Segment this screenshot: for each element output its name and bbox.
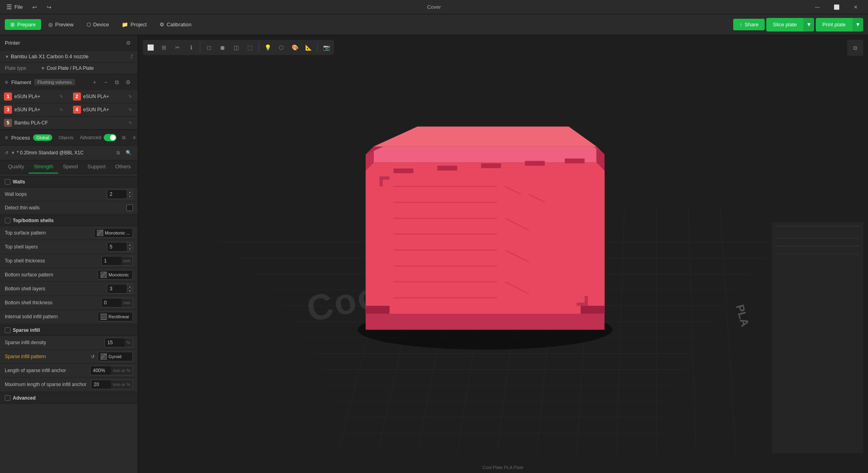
tab-quality[interactable]: Quality: [3, 160, 29, 173]
vp-option3-button[interactable]: ◫: [230, 41, 243, 54]
project-tab[interactable]: 📁 Project: [116, 19, 152, 30]
filament-edit-3[interactable]: ✎: [58, 106, 65, 113]
bottom-shell-thickness-value: mm: [101, 298, 133, 307]
filament-item-5[interactable]: 5 Bambu PLA-CF ✎: [0, 116, 138, 130]
tab-strength[interactable]: Strength: [29, 160, 58, 173]
plate-type-label: Plate type: [5, 65, 41, 71]
content-area: Printer ⚙ ▼ Bambu Lab X1 Carbon 0.4 nozz…: [0, 35, 868, 473]
file-menu[interactable]: ☰ File: [3, 2, 26, 12]
top-shell-thickness-input[interactable]: [101, 256, 121, 266]
global-tag[interactable]: Global: [33, 134, 52, 141]
undo-button[interactable]: ↩: [29, 2, 40, 12]
sparse-infill-density-unit: %: [124, 338, 133, 347]
bottom-surface-pattern-value: Monotonic: [98, 270, 133, 280]
prepare-tab[interactable]: ⊞ Prepare: [5, 19, 41, 30]
vp-option1-button[interactable]: ◻: [203, 41, 215, 54]
filament-item-3[interactable]: 3 eSUN PLA+ ✎: [0, 103, 69, 116]
filament-edit-5[interactable]: ✎: [126, 119, 134, 126]
wall-loops-up[interactable]: ▲: [127, 190, 132, 194]
slice-dropdown-button[interactable]: ▼: [803, 18, 814, 32]
filament-edit-4[interactable]: ✎: [126, 106, 134, 113]
filament-item-1[interactable]: 1 eSUN PLA+ ✎: [0, 90, 69, 103]
top-shell-layers-down[interactable]: ▼: [127, 247, 132, 252]
bottom-surface-pattern-row: Bottom surface pattern Monotonic: [0, 268, 138, 282]
vp-camera-button[interactable]: 📷: [320, 41, 333, 54]
filament-settings-button[interactable]: ⚙: [123, 77, 133, 87]
detect-thin-walls-checkbox[interactable]: [126, 205, 133, 211]
top-bottom-checkbox[interactable]: [5, 218, 10, 223]
max-anchor-length-input[interactable]: [91, 380, 111, 389]
vp-option4-button[interactable]: ⬚: [243, 41, 256, 54]
bottom-surface-pattern-select[interactable]: Monotonic: [98, 270, 133, 280]
maximize-button[interactable]: ⬜: [827, 1, 846, 13]
top-shell-layers-up[interactable]: ▲: [127, 242, 132, 247]
vp-cut-button[interactable]: ✂: [171, 41, 184, 54]
wall-loops-input[interactable]: [107, 189, 127, 199]
tab-speed[interactable]: Speed: [58, 160, 83, 173]
sparse-infill-pattern-icon: [101, 353, 107, 360]
sparse-infill-checkbox[interactable]: [5, 327, 10, 333]
bottom-shell-layers-up[interactable]: ▲: [127, 284, 132, 289]
vp-measure-button[interactable]: 📐: [302, 41, 315, 54]
vp-grid-button[interactable]: ⊞: [158, 41, 170, 54]
main-layout: ⊞ Prepare ◎ Preview ⬡ Device 📁 Project ⚙…: [0, 14, 868, 473]
bottom-shell-thickness-label: Bottom shell thickness: [5, 300, 101, 305]
printer-item[interactable]: ▼ Bambu Lab X1 Carbon 0.4 nozzle ⤴: [0, 51, 138, 63]
redo-button[interactable]: ↪: [43, 2, 55, 12]
top-shell-thickness-value: mm: [101, 256, 133, 266]
vp-info-button[interactable]: ℹ: [185, 41, 197, 54]
bottom-shell-thickness-input[interactable]: [101, 298, 121, 307]
printer-settings-button[interactable]: ⚙: [124, 38, 133, 47]
print-dropdown-button[interactable]: ▼: [852, 18, 863, 32]
vp-option2-button[interactable]: ◼: [216, 41, 229, 54]
viewport[interactable]: ⬜ ⊞ ✂ ℹ ◻ ◼ ◫ ⬚ 💡 ⬡ 🎨 📐 📷 ⧉: [138, 35, 868, 473]
filament-add-button[interactable]: +: [90, 77, 99, 87]
share-button[interactable]: ↑ Share: [733, 19, 765, 30]
flushing-volumes-button[interactable]: Flushing volumes: [34, 79, 75, 85]
preview-tab[interactable]: ◎ Preview: [43, 19, 79, 30]
filament-edit-1[interactable]: ✎: [58, 93, 65, 100]
minimize-button[interactable]: —: [808, 1, 827, 13]
calibration-label: Calibration: [167, 22, 191, 28]
top-shell-layers-input[interactable]: [107, 242, 127, 252]
calibration-tab[interactable]: ⚙ Calibration: [154, 19, 197, 30]
vp-color-button[interactable]: 🎨: [288, 41, 301, 54]
preset-copy-button[interactable]: ⧉: [114, 148, 122, 157]
preset-row: ↺ ▼ * 0.20mm Standard @BBL X1C ⧉ 🔍: [0, 146, 138, 160]
filament-item-4[interactable]: 4 eSUN PLA+ ✎: [69, 103, 138, 116]
plate-type-value[interactable]: ▼ Cool Plate / PLA Plate: [41, 65, 94, 71]
vp-light-button[interactable]: 💡: [261, 41, 274, 54]
filament-copy-button[interactable]: ⧉: [112, 77, 122, 87]
walls-checkbox[interactable]: [5, 179, 10, 185]
svg-rect-56: [394, 168, 414, 173]
sparse-infill-density-input[interactable]: [105, 338, 124, 347]
internal-solid-infill-select[interactable]: Rectilinear: [98, 312, 133, 321]
process-copy-button[interactable]: ⧉: [120, 133, 128, 142]
process-settings-button[interactable]: ≡: [130, 133, 138, 142]
filament-item-2[interactable]: 2 eSUN PLA+ ✎: [69, 90, 138, 103]
vp-cube-button[interactable]: ⬜: [144, 41, 157, 54]
print-button[interactable]: Print plate: [816, 18, 852, 32]
top-surface-pattern-select[interactable]: Monotonic ...: [94, 228, 133, 238]
printer-chevron-icon: ▼: [5, 54, 9, 59]
sparse-anchor-length-input[interactable]: [90, 366, 111, 375]
vp-shadow-button[interactable]: ⬡: [275, 41, 288, 54]
filament-edit-2[interactable]: ✎: [126, 93, 134, 100]
tab-support[interactable]: Support: [83, 160, 110, 173]
objects-tag[interactable]: Objects: [55, 134, 77, 141]
vp-right-toolbar: ⧉: [847, 40, 863, 56]
printer-external-link-icon[interactable]: ⤴: [130, 54, 133, 59]
advanced-toggle[interactable]: [104, 134, 116, 141]
wall-loops-down[interactable]: ▼: [127, 194, 132, 199]
tab-others[interactable]: Others: [110, 160, 136, 173]
bottom-shell-layers-input[interactable]: [107, 284, 127, 294]
advanced-group-checkbox[interactable]: [5, 395, 10, 401]
sparse-infill-pattern-select[interactable]: Gyroid: [98, 352, 133, 361]
preset-search-button[interactable]: 🔍: [124, 148, 133, 157]
device-tab[interactable]: ⬡ Device: [81, 19, 115, 30]
close-button[interactable]: ✕: [846, 1, 865, 13]
bottom-shell-layers-down[interactable]: ▼: [127, 289, 132, 294]
slice-button[interactable]: Slice plate: [766, 18, 803, 32]
filament-remove-button[interactable]: −: [101, 77, 110, 87]
vp-layers-button[interactable]: ⧉: [847, 40, 863, 56]
